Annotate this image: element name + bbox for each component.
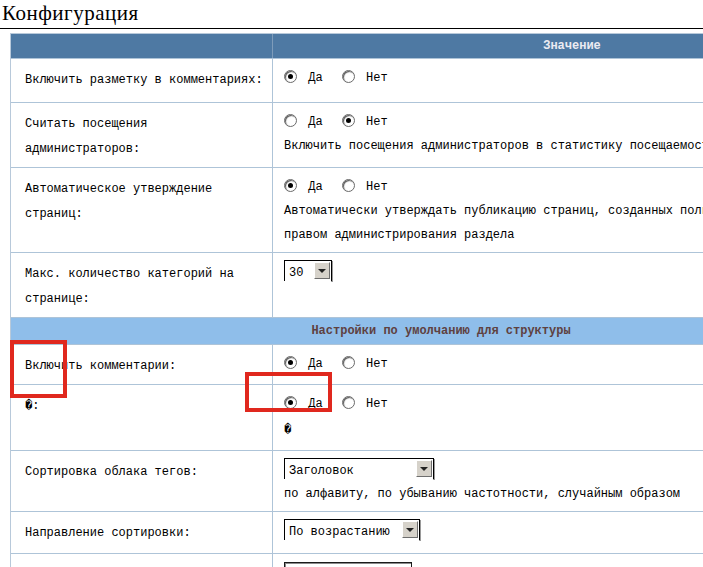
tag-sort-select[interactable]: Заголовок (285, 462, 433, 481)
categories-per-page-select[interactable]: 30 (285, 264, 331, 283)
section-header-structure-defaults: Настройки по умолчанию для структуры (11, 317, 703, 344)
no-radio[interactable] (342, 356, 355, 369)
yes-radio-label: Да (308, 397, 322, 411)
header-label-column (11, 34, 273, 58)
max-elements-input[interactable] (284, 562, 412, 567)
config-row-admin-visits: Считать посещения администраторов: Да Не… (11, 102, 703, 167)
config-row-max-elements: Макс. количество элементов на страницу: … (11, 553, 703, 567)
row-description: по алфавиту, по убыванию частотности, сл… (284, 482, 703, 506)
yes-radio[interactable] (284, 396, 297, 409)
title-underline (0, 28, 703, 29)
no-radio-label: Нет (366, 397, 388, 411)
yes-radio[interactable] (284, 70, 297, 83)
row-label: Включить разметку в комментариях: (11, 59, 273, 102)
yes-radio[interactable] (284, 356, 297, 369)
categories-per-page-select-frame: 30 (284, 260, 332, 281)
table-header-row: Значение (11, 34, 703, 58)
yes-radio-label: Да (308, 115, 322, 129)
row-label-broken: �: (11, 385, 273, 450)
no-radio[interactable] (342, 70, 355, 83)
tag-sort-select-frame: Заголовок (284, 458, 434, 479)
yes-radio-label: Да (308, 180, 322, 194)
config-row-auto-approve: Автоматическое утверждение страниц: Да Н… (11, 167, 703, 252)
config-row-sort-direction: Направление сортировки: По возрастанию (11, 511, 703, 553)
page-title: Конфигурация (0, 0, 703, 26)
row-description: Автоматически утверждать публикацию стра… (284, 199, 703, 247)
no-radio[interactable] (342, 179, 355, 192)
row-label: Автоматическое утверждение страниц: (11, 168, 273, 252)
row-label: Считать посещения администраторов: (11, 103, 273, 167)
no-radio-label: Нет (366, 180, 388, 194)
config-row-tag-cloud-sort: Сортировка облака тегов: Заголовок по ал… (11, 450, 703, 511)
no-radio-label: Нет (366, 71, 388, 85)
config-row-max-categories: Макс. количество категорий на странице: … (11, 252, 703, 317)
row-label: Направление сортировки: (11, 512, 273, 553)
yes-radio[interactable] (284, 114, 297, 127)
yes-radio-label: Да (308, 71, 322, 85)
configuration-table: Значение Включить разметку в комментария… (10, 33, 703, 567)
row-label: Макс. количество категорий на странице: (11, 253, 273, 317)
row-label: Включить комментарии: (11, 345, 273, 384)
row-label: Макс. количество элементов на страницу: (11, 554, 273, 567)
row-description: Включить посещения администраторов в ста… (284, 134, 703, 158)
no-radio-label: Нет (366, 357, 388, 371)
row-label: Сортировка облака тегов: (11, 451, 273, 511)
header-value-column: Значение (273, 34, 703, 58)
yes-radio[interactable] (284, 179, 297, 192)
sort-direction-select[interactable]: По возрастанию (285, 523, 419, 542)
config-row-enable-comments: Включить комментарии: Да Нет (11, 344, 703, 384)
yes-radio-label: Да (308, 357, 322, 371)
no-radio[interactable] (342, 114, 355, 127)
config-row-broken-encoding: �: Да Нет � (11, 384, 703, 450)
no-radio-label: Нет (366, 115, 388, 129)
no-radio[interactable] (342, 396, 355, 409)
config-row-comment-markup: Включить разметку в комментариях: Да Нет (11, 58, 703, 102)
sort-direction-select-frame: По возрастанию (284, 519, 420, 540)
row-description-broken: � (284, 418, 291, 442)
